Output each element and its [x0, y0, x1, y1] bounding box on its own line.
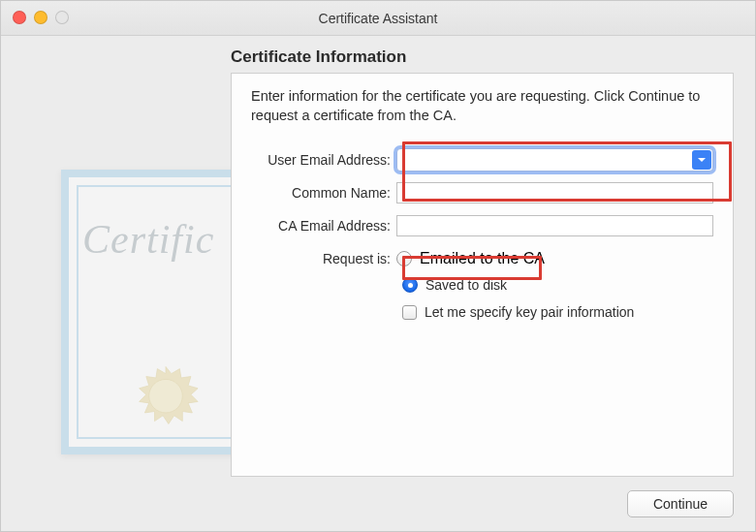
ca-email-label: CA Email Address:: [251, 218, 396, 234]
description-text: Enter information for the certificate yo…: [251, 87, 713, 125]
common-name-input[interactable]: [396, 182, 713, 203]
ca-email-input[interactable]: [396, 215, 713, 236]
content-area: Certific Certificate Information Enter i…: [22, 44, 734, 477]
certificate-seal-icon: [131, 365, 201, 435]
svg-marker-0: [140, 366, 198, 423]
continue-button[interactable]: Continue: [627, 490, 734, 517]
user-email-combobox[interactable]: [396, 148, 713, 172]
page-heading: Certificate Information: [231, 47, 406, 67]
close-icon[interactable]: [13, 11, 26, 24]
radio-saved-to-disk[interactable]: [402, 277, 418, 293]
request-is-label: Request is:: [251, 251, 396, 266]
certificate-illustration: Certific: [61, 170, 255, 460]
window-title: Certificate Assistant: [1, 11, 755, 26]
certificate-assistant-window: Certificate Assistant Certific Certifica…: [0, 0, 756, 532]
minimize-icon[interactable]: [34, 11, 47, 24]
certificate-script-text: Certific: [82, 216, 214, 263]
form: User Email Address: Common Name:: [251, 147, 713, 324]
common-name-label: Common Name:: [251, 185, 396, 201]
user-email-label: User Email Address:: [251, 152, 396, 168]
zoom-icon: [55, 11, 69, 24]
checkbox-specify-keypair[interactable]: [402, 305, 417, 320]
titlebar: Certificate Assistant: [1, 1, 755, 36]
window-controls: [13, 11, 69, 24]
radio-emailed-to-ca[interactable]: [396, 251, 412, 266]
svg-point-1: [149, 379, 183, 413]
radio-emailed-label: Emailed to the CA: [420, 250, 545, 267]
checkbox-specify-keypair-label: Let me specify key pair information: [425, 304, 634, 320]
footer: Continue: [627, 490, 734, 517]
form-panel: Enter information for the certificate yo…: [231, 73, 734, 477]
radio-saved-label: Saved to disk: [425, 277, 507, 293]
chevron-down-icon[interactable]: [692, 150, 711, 170]
